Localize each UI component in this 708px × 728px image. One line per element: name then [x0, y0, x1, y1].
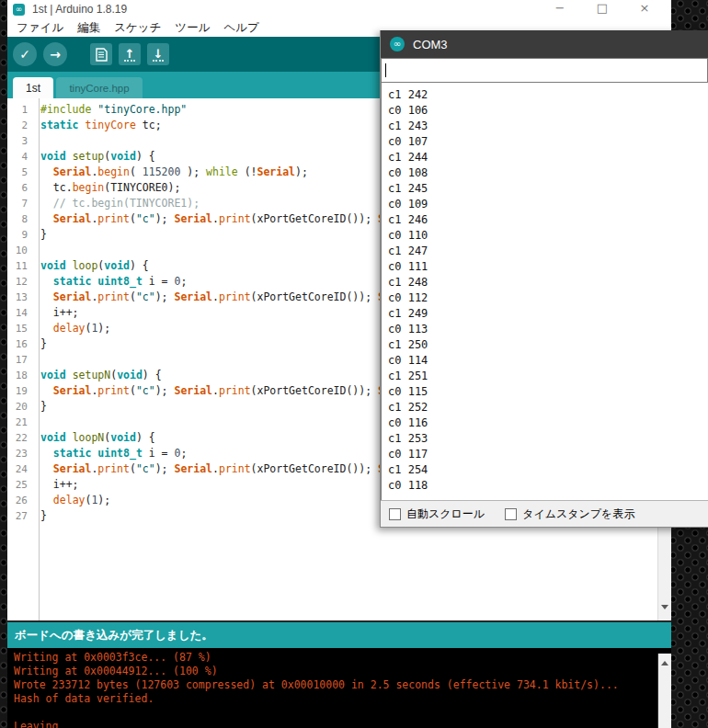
code-text: static tinyCore tc;: [33, 118, 162, 133]
code-segment: }: [40, 337, 47, 350]
line-number: 2: [7, 118, 33, 133]
code-segment: "tinyCore.hpp": [97, 103, 187, 116]
code-segment: [40, 290, 53, 303]
code-segment: }: [40, 400, 47, 413]
serial-line: c1 242: [388, 87, 708, 103]
code-segment: static: [40, 119, 85, 131]
serial-line: c0 118: [388, 478, 708, 494]
checkbox-icon[interactable]: [505, 508, 517, 520]
window-controls: −□×: [539, 0, 666, 18]
code-segment: );: [155, 462, 175, 475]
arduino-serial-icon: ∞: [390, 37, 405, 51]
code-segment: Serial: [174, 290, 212, 303]
new-sketch-button[interactable]: [90, 43, 112, 65]
line-number: 22: [7, 430, 33, 446]
serial-line: c1 252: [388, 400, 708, 415]
upload-button[interactable]: →: [43, 42, 67, 66]
menu-item-help[interactable]: ヘルプ: [223, 20, 258, 36]
code-segment: ) {: [136, 150, 155, 163]
serial-line: c1 247: [388, 244, 708, 259]
autoscroll-checkbox[interactable]: 自動スクロール: [389, 506, 485, 522]
code-text: delay(1);: [33, 321, 110, 336]
menu-item-tools[interactable]: ツール: [175, 20, 210, 36]
serial-line: c0 106: [388, 103, 708, 119]
serial-line: c1 249: [388, 306, 708, 322]
close-button[interactable]: ×: [623, 0, 666, 18]
line-number: 14: [7, 305, 33, 321]
code-text: }: [33, 336, 47, 352]
console-line: Wrote 233712 bytes (127603 compressed) a…: [14, 678, 671, 692]
checkbox-icon[interactable]: [389, 508, 401, 520]
line-number: 6: [7, 180, 33, 196]
code-segment: );: [155, 290, 175, 303]
open-sketch-button[interactable]: ↑: [119, 43, 141, 65]
line-number: 13: [7, 290, 33, 305]
code-segment: (xPortGetCoreID());: [251, 290, 378, 303]
code-segment: begin: [73, 181, 105, 194]
code-segment: (: [130, 384, 136, 397]
desktop: { "app": { "title": "1st | Arduino 1.8.1…: [0, 0, 708, 728]
verify-button[interactable]: ✓: [13, 42, 37, 66]
code-segment: i =: [143, 447, 175, 460]
code-segment: void: [110, 150, 136, 163]
code-segment: (xPortGetCoreID());: [251, 462, 378, 475]
code-segment: print: [97, 212, 130, 225]
code-text: delay(1);: [33, 493, 110, 508]
code-segment: [66, 150, 73, 163]
code-segment: [40, 384, 53, 397]
code-text: static uint8_t i = 0;: [33, 446, 187, 461]
window-title: 1st | Arduino 1.8.19: [32, 3, 127, 16]
serial-line: c1 244: [388, 150, 708, 165]
code-segment: print: [219, 290, 251, 303]
scroll-up-arrow-icon[interactable]: [661, 657, 668, 665]
code-segment: print: [97, 462, 130, 475]
console-scrollbar[interactable]: [657, 654, 671, 728]
serial-line: c0 112: [388, 290, 708, 306]
scroll-down-arrow-icon[interactable]: [661, 605, 668, 613]
save-sketch-icon: ↓: [154, 47, 164, 61]
tab-1st[interactable]: 1st: [13, 77, 53, 98]
minimize-button[interactable]: −: [539, 0, 581, 18]
menu-item-edit[interactable]: 編集: [77, 20, 100, 36]
code-segment: i++;: [40, 478, 79, 491]
code-segment: [40, 165, 53, 178]
line-number: 23: [7, 446, 33, 461]
save-sketch-button[interactable]: ↓: [147, 43, 169, 65]
serial-line: c0 109: [388, 197, 708, 212]
code-segment: uint8_t: [97, 275, 142, 288]
code-segment: loop: [73, 259, 98, 272]
code-segment: );: [97, 322, 110, 335]
code-segment: );: [295, 165, 308, 178]
code-text: i++;: [33, 477, 79, 493]
line-number: 11: [7, 258, 33, 274]
code-segment: loopN: [73, 431, 105, 444]
code-segment: delay: [53, 494, 86, 506]
code-segment: );: [180, 165, 206, 178]
code-segment: .: [212, 462, 219, 475]
code-segment: tc.: [40, 181, 73, 194]
line-number: 5: [7, 165, 33, 180]
code-segment: i++;: [40, 306, 79, 319]
menu-item-sketch[interactable]: スケッチ: [114, 20, 161, 36]
gutter-separator: [39, 98, 40, 620]
maximize-button[interactable]: □: [581, 0, 623, 18]
line-number: 4: [7, 149, 33, 165]
code-segment: (xPortGetCoreID());: [251, 212, 378, 225]
code-text: #include "tinyCore.hpp": [33, 102, 187, 118]
code-segment: .: [212, 212, 219, 225]
line-number: 7: [7, 196, 33, 211]
serial-output[interactable]: c1 242c0 106c1 243c0 107c1 244c0 108c1 2…: [381, 83, 708, 500]
show-timestamp-checkbox[interactable]: タイムスタンプを表示: [505, 506, 634, 522]
menu-item-file[interactable]: ファイル: [17, 20, 63, 36]
serial-send-input[interactable]: [381, 58, 708, 83]
code-segment: );: [155, 384, 175, 397]
serial-line: c1 254: [388, 462, 708, 478]
code-segment: "c": [136, 290, 155, 303]
code-segment: void: [40, 431, 66, 444]
line-number: 10: [7, 243, 33, 258]
code-text: }: [33, 508, 47, 524]
line-number: 18: [7, 368, 33, 383]
tray-icon: [153, 60, 164, 62]
code-segment: void: [40, 369, 66, 381]
tab-tinycore-hpp[interactable]: tinyCore.hpp: [56, 77, 143, 98]
